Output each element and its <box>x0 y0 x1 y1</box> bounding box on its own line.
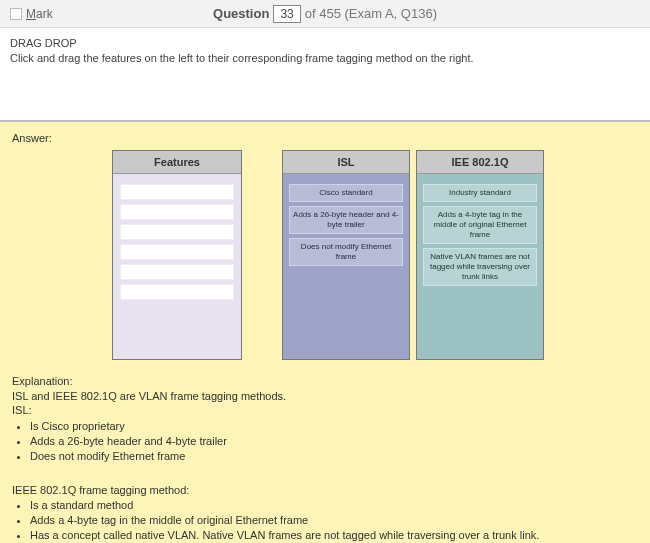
explanation-isl-label: ISL: <box>12 403 638 418</box>
features-title: Features <box>113 151 241 174</box>
explanation-block: Explanation: ISL and IEEE 802.1Q are VLA… <box>12 374 638 543</box>
isl-chip[interactable]: Cisco standard <box>289 184 403 202</box>
explanation-ieee-list: Is a standard method Adds a 4-byte tag i… <box>12 498 638 543</box>
instruction-block: DRAG DROP Click and drag the features on… <box>0 28 650 72</box>
explanation-isl-list: Is Cisco proprietary Adds a 26-byte head… <box>12 419 638 464</box>
question-header: Mark Question 33 of 455 (Exam A, Q136) <box>0 0 650 28</box>
ieee-title: IEE 802.1Q <box>417 151 543 174</box>
features-dropzone[interactable] <box>113 174 241 359</box>
target-panels: ISL Cisco standard Adds a 26-byte header… <box>282 150 544 360</box>
list-item: Does not modify Ethernet frame <box>30 449 638 464</box>
mark-control[interactable]: Mark <box>10 7 53 21</box>
feature-slot[interactable] <box>120 244 234 260</box>
mark-label: Mark <box>26 7 53 21</box>
explanation-ieee-label: IEEE 802.1Q frame tagging method: <box>12 483 638 498</box>
question-number-box: 33 <box>273 5 300 23</box>
feature-slot[interactable] <box>120 224 234 240</box>
list-item: Adds a 26-byte header and 4-byte trailer <box>30 434 638 449</box>
isl-panel: ISL Cisco standard Adds a 26-byte header… <box>282 150 410 360</box>
list-item: Has a concept called native VLAN. Native… <box>30 528 638 543</box>
ieee-dropzone[interactable]: Industry standard Adds a 4-byte tag in t… <box>417 174 543 359</box>
feature-slot[interactable] <box>120 184 234 200</box>
list-item: Is Cisco proprietary <box>30 419 638 434</box>
isl-title: ISL <box>283 151 409 174</box>
ieee-chip[interactable]: Adds a 4-byte tag in the middle of origi… <box>423 206 537 244</box>
ieee-chip[interactable]: Industry standard <box>423 184 537 202</box>
feature-slot[interactable] <box>120 204 234 220</box>
question-word: Question <box>213 6 269 21</box>
drag-drop-columns: Features ISL Cisco standard Adds a 26-by… <box>12 150 638 360</box>
answer-label: Answer: <box>12 132 638 144</box>
ieee-panel: IEE 802.1Q Industry standard Adds a 4-by… <box>416 150 544 360</box>
explanation-heading: Explanation: <box>12 374 638 389</box>
isl-dropzone[interactable]: Cisco standard Adds a 26-byte header and… <box>283 174 409 359</box>
answer-area: Answer: Features ISL Cisco standard Adds… <box>0 120 650 543</box>
question-indicator: Question 33 of 455 (Exam A, Q136) <box>213 5 437 23</box>
question-total: of 455 (Exam A, Q136) <box>305 6 437 21</box>
list-item: Is a standard method <box>30 498 638 513</box>
feature-slot[interactable] <box>120 264 234 280</box>
ieee-chip[interactable]: Native VLAN frames are not tagged while … <box>423 248 537 286</box>
explanation-intro: ISL and IEEE 802.1Q are VLAN frame taggi… <box>12 389 638 404</box>
instruction-title: DRAG DROP <box>10 36 640 51</box>
mark-checkbox[interactable] <box>10 8 22 20</box>
list-item: Adds a 4-byte tag in the middle of origi… <box>30 513 638 528</box>
isl-chip[interactable]: Adds a 26-byte header and 4-byte trailer <box>289 206 403 234</box>
isl-chip[interactable]: Does not modify Ethernet frame <box>289 238 403 266</box>
features-panel: Features <box>112 150 242 360</box>
instruction-body: Click and drag the features on the left … <box>10 51 640 66</box>
feature-slot[interactable] <box>120 284 234 300</box>
